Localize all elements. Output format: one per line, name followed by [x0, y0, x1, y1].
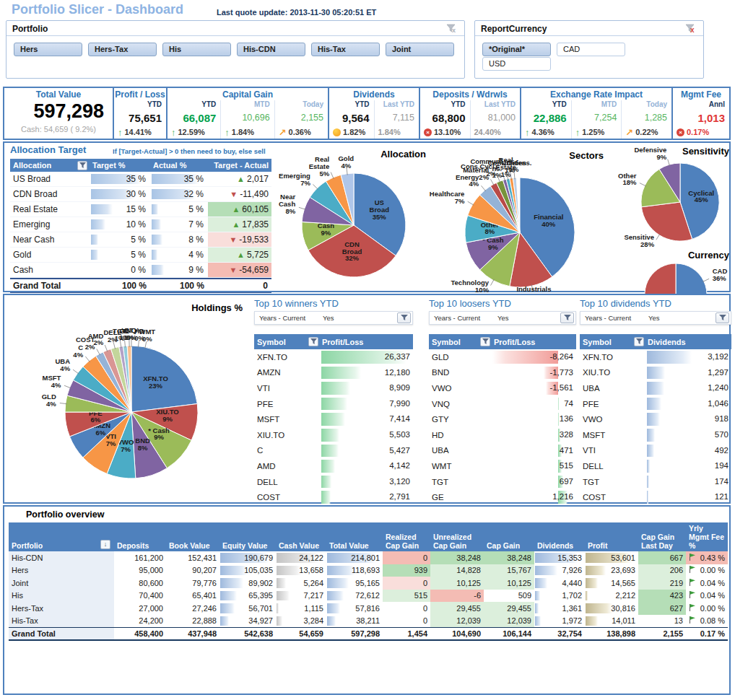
value: 1,240: [708, 380, 729, 396]
pie-label-near-cash: NearCash8%: [279, 193, 296, 215]
overview-cell-10: 53,601: [585, 551, 638, 564]
allocation-band: Allocation Target If [Target-Actual] > 0…: [3, 141, 731, 292]
kpi-columns: YTD75,651↑14.41%: [114, 100, 166, 139]
slicer-button-his[interactable]: His: [162, 43, 231, 56]
value: 697: [560, 474, 573, 490]
value-cell: 697: [492, 474, 576, 490]
top10-row: XFN.TO26,337: [254, 349, 413, 365]
slicer-button-usd[interactable]: USD: [482, 57, 551, 71]
value: 5,264: [303, 579, 323, 587]
filter-field-label: Years - Current: [259, 314, 323, 322]
top10-row: BND-1,773: [429, 365, 576, 381]
slicer-button-joint[interactable]: Joint: [386, 43, 454, 56]
slicer-button-cad[interactable]: CAD: [557, 43, 625, 56]
kpi-percent-value: 1.25%: [582, 128, 604, 136]
value-cell: 1,046: [646, 396, 731, 412]
overview-cell-0: Hers-Tax: [9, 602, 114, 615]
slicer-button-his-cdn[interactable]: His-CDN: [237, 43, 305, 56]
value: 515: [560, 458, 573, 474]
svg-text:x: x: [452, 27, 456, 34]
overview-cell-6: 0: [383, 615, 430, 628]
symbol-cell: WMT: [429, 462, 492, 471]
value: 7,414: [389, 411, 410, 427]
grand-total-cell: Grand Total: [10, 281, 90, 291]
allocation-name: US Broad: [10, 172, 90, 186]
kpi-value: 75,651: [114, 110, 166, 126]
down-triangle-icon: ▼: [230, 190, 238, 198]
data-bar: [535, 578, 547, 588]
kpi-percent-value: 4.36%: [532, 128, 554, 136]
overview-header-row: Portfolio↓DepositsBook ValueEquity Value…: [9, 522, 728, 551]
symbol-cell: UBA: [429, 446, 492, 455]
filter-dropdown-button[interactable]: [397, 312, 411, 323]
top10-row: VTI8,909: [254, 380, 413, 396]
allocation-delta: ▲2,017: [208, 172, 271, 186]
green-flag-icon: [689, 590, 696, 600]
data-bar: [492, 351, 558, 364]
kpi-sub-value: Cash: 54,659 ( 9.2%): [4, 123, 113, 134]
data-bar: [535, 603, 539, 613]
pie-title: Sectors: [569, 150, 604, 161]
filter-icon[interactable]: [480, 337, 490, 346]
allocation-target-note: If [Target-Actual] > 0 then need to buy,…: [113, 147, 266, 155]
pie-title: Currency: [688, 250, 729, 261]
symbol-cell: PFE: [580, 400, 646, 408]
data-bar: [277, 603, 279, 613]
value: 3,192: [708, 349, 729, 365]
value: 1,361: [562, 604, 582, 613]
green-flag-icon: [689, 565, 696, 575]
slicer-button-hers-tax[interactable]: Hers-Tax: [88, 43, 157, 56]
overview-cell-12: 0.00 %: [686, 564, 728, 577]
up-arrow-icon: ↑: [575, 128, 580, 137]
symbol-cell: UBA: [580, 384, 646, 393]
clear-filter-icon[interactable]: x: [445, 23, 458, 34]
value: 34,927: [248, 616, 273, 625]
kpi-value: 81,000: [471, 110, 521, 126]
mgmt-fee-cell: 0.00 %: [689, 565, 725, 575]
value: 328: [560, 427, 573, 443]
symbol-cell: VWO: [429, 384, 492, 393]
top10-row: TGT697: [429, 474, 576, 490]
slicer-button-hers[interactable]: Hers: [14, 43, 82, 56]
value: 7,990: [389, 396, 410, 412]
value: 7,926: [562, 566, 582, 574]
overview-header-12: Yrly Mgmt Fee %: [686, 522, 728, 551]
filter-icon[interactable]: [634, 337, 644, 346]
filter-dropdown-button[interactable]: [716, 312, 729, 323]
symbol-cell: GTY: [429, 415, 492, 424]
symbol-cell: VWO: [580, 415, 646, 424]
sort-icon[interactable]: ↓: [100, 540, 110, 549]
page-title: Portfolio Slicer - Dashboard: [12, 2, 183, 17]
allocation-delta: ▲5,725: [208, 248, 271, 262]
overview-cell-1: 24,200: [114, 615, 166, 628]
filter-icon[interactable]: [77, 161, 87, 170]
pie-label-uba: UBA4%: [56, 357, 71, 372]
value-cell: 74: [492, 396, 576, 412]
up-triangle-icon: ▲: [232, 205, 240, 214]
red-cross-icon: ×: [424, 128, 432, 136]
allocation-delta: ▲60,105: [208, 202, 271, 216]
allocation-delta-value: 5,725: [247, 250, 269, 260]
filter-icon[interactable]: [308, 337, 318, 346]
holdings-band: Holdings %XFN.TO23%XIU.TO9%* Cash9%BND8%…: [3, 294, 731, 504]
slicer-button-original[interactable]: *Original*: [482, 43, 551, 56]
slicer-button-his-tax[interactable]: His-Tax: [311, 43, 380, 56]
symbol-cell: GE: [429, 493, 492, 502]
mgmt-fee-cell: 0.08 %: [689, 616, 725, 626]
kpi-column: MTD7,254↑1.25%: [571, 100, 622, 139]
header-label: Portfolio: [12, 541, 43, 550]
value: -1,773: [549, 365, 573, 381]
data-bar: [647, 382, 664, 395]
data-bar: [586, 603, 612, 613]
clear-filter-icon[interactable]: x: [684, 23, 697, 34]
filter-dropdown-button[interactable]: [560, 312, 574, 323]
mgmt-fee-cell: 0.00 %: [689, 603, 725, 613]
overview-cell-10: 14,011: [585, 615, 638, 628]
value: 14,011: [612, 616, 635, 625]
allocation-actual-value: 9 %: [150, 265, 208, 275]
kpi-value: 7,115: [375, 110, 419, 126]
value: 95,165: [355, 579, 380, 587]
overview-cell-0: Hers: [9, 564, 114, 577]
up-arrow-icon: ↑: [225, 128, 230, 137]
overview-cell-6: 1,454: [383, 627, 430, 640]
